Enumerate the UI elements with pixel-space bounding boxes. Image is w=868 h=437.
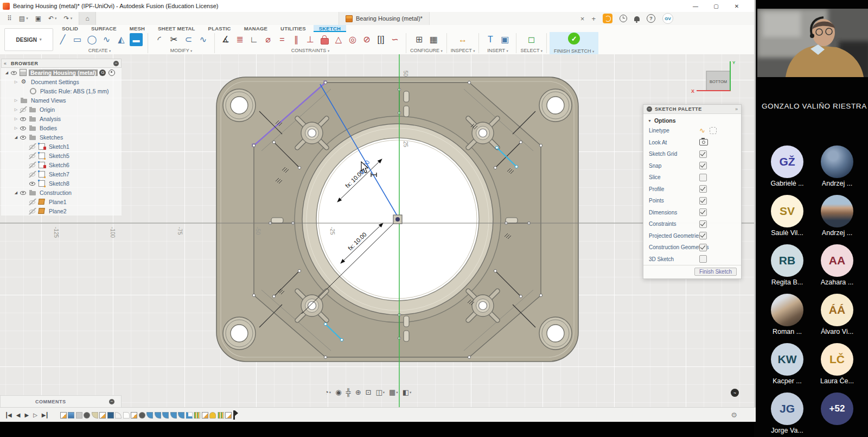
palette-finish-sketch-button[interactable]: Finish Sketch bbox=[694, 268, 737, 276]
slice-checkbox[interactable] bbox=[699, 174, 707, 181]
fillet-icon[interactable]: ◜ bbox=[152, 33, 167, 47]
timeline-feature-fillet-5[interactable] bbox=[92, 412, 98, 419]
timeline-feature-corner-17[interactable] bbox=[186, 412, 193, 419]
dimensions-checkbox[interactable] bbox=[699, 208, 707, 216]
curve-icon[interactable]: ∿ bbox=[196, 33, 210, 47]
triangle-icon[interactable]: △ bbox=[331, 33, 346, 47]
timeline-feature-shell-16[interactable] bbox=[178, 412, 184, 419]
parallel-icon[interactable]: ∥ bbox=[289, 33, 303, 47]
undo-icon[interactable]: ↶▾ bbox=[48, 15, 57, 22]
ribbon-tab-mesh[interactable]: MESH bbox=[124, 25, 150, 32]
points-checkbox[interactable] bbox=[699, 197, 707, 205]
symmetry-icon[interactable]: [|] bbox=[374, 33, 388, 47]
participant-roman[interactable]: Roman ... bbox=[764, 294, 810, 338]
design-workspace-dropdown[interactable]: DESIGN▾ bbox=[4, 28, 53, 51]
maximize-button[interactable]: ▢ bbox=[712, 3, 720, 9]
equal-icon[interactable]: = bbox=[275, 33, 289, 47]
participant-initials-avatar[interactable]: JG bbox=[771, 392, 803, 425]
timeline-feature-hole-11[interactable] bbox=[139, 412, 145, 419]
spline-icon[interactable]: ∿ bbox=[99, 33, 114, 47]
timeline-feature-bulb-20[interactable] bbox=[209, 412, 216, 419]
fix-icon[interactable] bbox=[317, 33, 331, 47]
participant-initials-avatar[interactable]: LČ bbox=[821, 343, 853, 376]
browser-row-plane1[interactable]: Plane1 bbox=[1, 197, 122, 206]
browser-row-named-views[interactable]: ▷Named Views bbox=[1, 96, 122, 105]
orbit-icon[interactable]: ◔▾ bbox=[323, 388, 332, 397]
visibility-on-icon[interactable] bbox=[20, 189, 27, 196]
participant-initials-avatar[interactable]: RB bbox=[771, 244, 803, 277]
browser-row-origin[interactable]: ▷Origin bbox=[1, 105, 122, 114]
step-forward-button[interactable]: ▷ bbox=[33, 412, 37, 418]
corner-icon[interactable]: ∟ bbox=[247, 33, 261, 47]
visibility-on-icon[interactable] bbox=[20, 116, 27, 122]
visibility-on-icon[interactable] bbox=[10, 69, 18, 76]
participant-initials-avatar[interactable]: ÁÁ bbox=[821, 294, 853, 326]
viewports-icon[interactable]: ◧▾ bbox=[401, 388, 413, 397]
browser-row-sketch5[interactable]: Sketch5 bbox=[1, 151, 122, 160]
notifications-bell-icon[interactable] bbox=[634, 16, 640, 21]
participant-52[interactable]: +52 bbox=[814, 392, 860, 437]
zoom-window-icon[interactable]: ⊕ bbox=[354, 388, 362, 397]
construction-geometries-checkbox[interactable] bbox=[699, 244, 707, 251]
expander-closed-icon[interactable]: ▷ bbox=[12, 126, 20, 130]
document-tab[interactable]: Bearing Housing (metal)* bbox=[339, 12, 430, 25]
timeline-feature-shell-14[interactable] bbox=[162, 412, 169, 419]
insert-image-icon[interactable]: ▣ bbox=[497, 33, 512, 47]
timeline-feature-pattern-18[interactable] bbox=[194, 412, 200, 419]
timeline-feature-sketch-6[interactable] bbox=[99, 412, 106, 419]
timeline-playhead[interactable] bbox=[233, 410, 235, 420]
browser-row-sketch8[interactable]: Sketch8 bbox=[1, 179, 122, 188]
ribbon-tab-manage[interactable]: MANAGE bbox=[239, 25, 273, 32]
visibility-off-icon[interactable] bbox=[29, 143, 36, 150]
visibility-on-icon[interactable] bbox=[20, 125, 27, 131]
expander-open-icon[interactable]: ◢ bbox=[3, 71, 10, 75]
feedback-bubble-icon[interactable]: ~ bbox=[731, 389, 739, 397]
measure-icon[interactable]: ↔ bbox=[456, 33, 470, 47]
timeline-feature-shell-12[interactable] bbox=[146, 412, 153, 419]
job-status-icon[interactable] bbox=[603, 14, 612, 23]
ribbon-tab-utilities[interactable]: UTILITIES bbox=[275, 25, 311, 32]
browser-row-sketch1[interactable]: Sketch1 bbox=[1, 142, 122, 151]
timeline-feature-sketch-1[interactable] bbox=[60, 412, 67, 419]
go-to-start-button[interactable]: ┃◀ bbox=[5, 412, 11, 418]
step-back-button[interactable]: ◀ bbox=[16, 412, 20, 418]
circle-icon[interactable]: ◯ bbox=[85, 33, 99, 47]
modify-group-label[interactable]: MODIFY ▾ bbox=[170, 48, 193, 53]
trim-icon[interactable]: ✂ bbox=[167, 33, 181, 47]
minimize-button[interactable]: — bbox=[692, 3, 699, 9]
configure-icon[interactable]: ⊞ bbox=[412, 33, 426, 47]
concentric-icon[interactable]: ◎ bbox=[346, 33, 360, 47]
ribbon-tab-sheet-metal[interactable]: SHEET METAL bbox=[152, 25, 201, 32]
look-at-icon[interactable]: ◉ bbox=[334, 388, 342, 397]
browser-row-construction[interactable]: ◢Construction bbox=[1, 188, 122, 197]
insert-group-label[interactable]: INSERT ▾ bbox=[487, 48, 508, 53]
grid-settings-icon[interactable]: ▦▾ bbox=[388, 388, 399, 397]
participant-laura-e[interactable]: LČLaura Če... bbox=[814, 343, 860, 388]
timeline-feature-pattern-21[interactable] bbox=[218, 412, 224, 419]
visibility-off-icon[interactable] bbox=[29, 171, 36, 178]
profile-checkbox[interactable] bbox=[699, 185, 707, 193]
panel-divider[interactable] bbox=[754, 0, 756, 422]
participant-initials-avatar[interactable]: SV bbox=[771, 195, 803, 227]
constraints-checkbox[interactable] bbox=[699, 220, 707, 228]
browser-collapse-icon[interactable]: « bbox=[4, 61, 7, 66]
timeline-feature-draft-9[interactable] bbox=[123, 412, 130, 419]
timeline-feature-fillet-light-8[interactable] bbox=[115, 412, 122, 419]
activate-component-radio[interactable] bbox=[108, 69, 115, 76]
ribbon-tab-sketch[interactable]: SKETCH bbox=[314, 25, 346, 32]
diameter-icon[interactable]: ⌀ bbox=[261, 33, 275, 47]
look-at-camera-icon[interactable] bbox=[699, 139, 708, 145]
slot-icon[interactable]: ▬ bbox=[130, 33, 143, 46]
configuration-table-icon[interactable]: ▦ bbox=[426, 33, 441, 47]
projected-geometries-checkbox[interactable] bbox=[699, 232, 707, 239]
participant-kacper[interactable]: KWKacper ... bbox=[764, 343, 810, 388]
redo-icon[interactable]: ↷▾ bbox=[64, 15, 73, 22]
participant-andrzej[interactable]: Andrzej ... bbox=[814, 195, 860, 239]
timeline-feature-extrude-dark-7[interactable] bbox=[107, 412, 114, 419]
3d-sketch-checkbox[interactable] bbox=[699, 255, 707, 263]
ribbon-tab-plastic[interactable]: PLASTIC bbox=[203, 25, 237, 32]
participant-photo-avatar[interactable] bbox=[821, 195, 853, 227]
ribbon-tab-surface[interactable]: SURFACE bbox=[86, 25, 122, 32]
file-menu-icon[interactable]: ▤▾ bbox=[19, 15, 28, 22]
timeline-feature-hole-4[interactable] bbox=[84, 412, 90, 419]
